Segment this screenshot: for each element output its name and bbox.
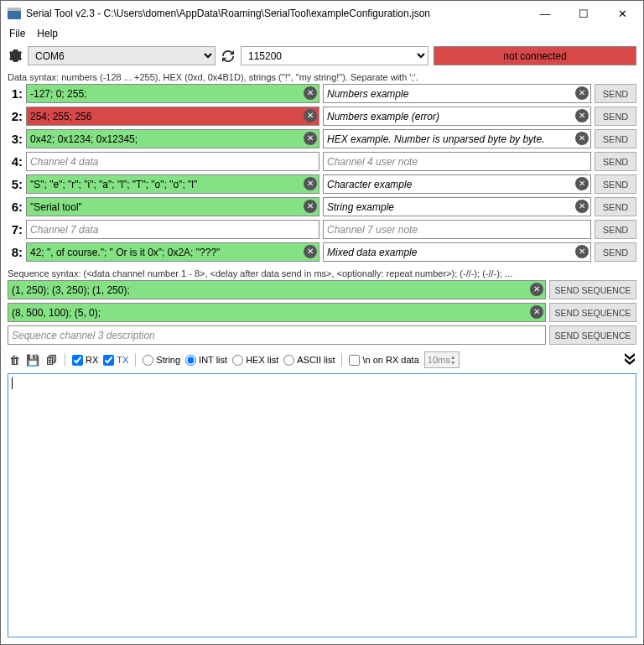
- send-sequence-button[interactable]: SEND SEQUENCE: [549, 325, 636, 345]
- send-button[interactable]: SEND: [595, 220, 636, 239]
- channel-number: 4:: [8, 154, 23, 169]
- sequence-box: ✕: [8, 303, 546, 322]
- send-button[interactable]: SEND: [595, 242, 636, 262]
- channel-row: 8:✕✕SEND: [8, 242, 636, 262]
- clear-icon[interactable]: ✕: [575, 200, 589, 213]
- export-icon[interactable]: 🗐: [44, 353, 58, 367]
- connection-status[interactable]: not connected: [434, 46, 636, 65]
- clear-icon[interactable]: ✕: [304, 109, 317, 122]
- sequence-input[interactable]: [8, 280, 546, 299]
- channel-row: 2:✕✕SEND: [8, 107, 636, 126]
- send-button[interactable]: SEND: [595, 84, 636, 103]
- format-ascii-radio[interactable]: ASCII list: [283, 355, 335, 366]
- channel-note-input[interactable]: [323, 242, 591, 262]
- channel-data-input[interactable]: [26, 220, 319, 239]
- channel-number: 8:: [8, 245, 23, 259]
- log-textarea[interactable]: [8, 373, 636, 637]
- sequence-row: ✕SEND SEQUENCE: [8, 303, 636, 322]
- clear-icon[interactable]: ✕: [304, 132, 317, 145]
- send-button[interactable]: SEND: [595, 197, 636, 216]
- format-hex-radio[interactable]: HEX list: [232, 355, 278, 366]
- clear-icon[interactable]: ✕: [575, 86, 589, 100]
- titlebar: Serial Tool v2.3 - C:\Users\domen\AppDat…: [1, 1, 643, 26]
- channel-note-box: [323, 220, 591, 239]
- refresh-icon[interactable]: [221, 49, 236, 64]
- newline-rx-checkbox[interactable]: \n on RX data: [349, 355, 418, 366]
- channel-data-input[interactable]: [26, 152, 319, 171]
- settings-icon[interactable]: [8, 49, 23, 64]
- clear-icon[interactable]: ✕: [575, 245, 589, 258]
- sequence-box: [8, 325, 546, 345]
- channel-note-input[interactable]: [323, 107, 591, 126]
- channel-note-box: ✕: [323, 107, 591, 126]
- clear-icon[interactable]: ✕: [304, 245, 317, 258]
- channel-note-input[interactable]: [323, 197, 591, 216]
- interval-spinner[interactable]: 10ms▲▼: [424, 351, 460, 368]
- menu-file[interactable]: File: [9, 28, 25, 39]
- channel-note-input[interactable]: [323, 220, 591, 239]
- menubar: File Help: [1, 26, 643, 43]
- sequence-row: SEND SEQUENCE: [8, 325, 636, 345]
- clear-icon[interactable]: ✕: [530, 283, 543, 296]
- channel-note-box: [323, 152, 591, 171]
- send-button[interactable]: SEND: [595, 152, 636, 171]
- save-icon[interactable]: 💾: [26, 353, 39, 367]
- channel-number: 2:: [8, 109, 23, 123]
- connection-toolbar: COM6 115200 not connected: [1, 43, 643, 69]
- send-button[interactable]: SEND: [595, 107, 636, 126]
- menu-help[interactable]: Help: [37, 28, 58, 39]
- channel-note-input[interactable]: [323, 152, 591, 171]
- channel-note-input[interactable]: [323, 129, 591, 148]
- format-int-radio[interactable]: INT list: [185, 355, 227, 366]
- baud-select[interactable]: 115200: [241, 46, 428, 65]
- clear-icon[interactable]: ✕: [304, 86, 317, 100]
- channel-data-input[interactable]: [26, 84, 319, 103]
- channel-data-input[interactable]: [26, 107, 319, 126]
- clear-icon[interactable]: ✕: [575, 177, 589, 190]
- send-sequence-button[interactable]: SEND SEQUENCE: [549, 303, 636, 322]
- send-button[interactable]: SEND: [595, 129, 636, 148]
- port-select[interactable]: COM6: [28, 46, 216, 65]
- channel-note-box: ✕: [323, 197, 591, 216]
- clear-icon[interactable]: ✕: [575, 109, 589, 122]
- clear-icon[interactable]: ✕: [530, 305, 543, 319]
- channel-data-input[interactable]: [26, 129, 319, 148]
- channel-note-box: ✕: [323, 174, 591, 194]
- clear-icon[interactable]: ✕: [575, 132, 589, 145]
- sequence-input[interactable]: [8, 325, 546, 345]
- minimize-button[interactable]: —: [526, 2, 564, 25]
- channel-note-input[interactable]: [323, 84, 591, 103]
- channel-row: 1:✕✕SEND: [8, 84, 636, 103]
- sequences-panel: ✕SEND SEQUENCE✕SEND SEQUENCESEND SEQUENC…: [1, 280, 643, 348]
- clear-icon[interactable]: ✕: [304, 177, 317, 190]
- channel-row: 4:SEND: [8, 152, 636, 171]
- maximize-button[interactable]: ☐: [564, 2, 603, 25]
- channel-data-input[interactable]: [26, 174, 319, 194]
- channel-note-input[interactable]: [323, 174, 591, 194]
- format-string-radio[interactable]: String: [143, 355, 180, 366]
- rx-checkbox[interactable]: RX: [72, 355, 98, 366]
- close-button[interactable]: ✕: [603, 2, 641, 25]
- channels-panel: 1:✕✕SEND2:✕✕SEND3:✕✕SEND4:SEND5:✕✕SEND6:…: [1, 84, 643, 265]
- channel-row: 5:✕✕SEND: [8, 174, 636, 194]
- sequence-row: ✕SEND SEQUENCE: [8, 280, 636, 299]
- channel-data-box: [26, 220, 319, 239]
- app-icon: [8, 8, 21, 19]
- log-toolbar: 🗑 💾 🗐 RX TX String INT list HEX list ASC…: [1, 348, 643, 372]
- send-button[interactable]: SEND: [595, 174, 636, 194]
- trash-icon[interactable]: 🗑: [8, 353, 21, 367]
- expand-icon[interactable]: [623, 353, 636, 367]
- channel-number: 3:: [8, 132, 23, 146]
- channel-data-box: ✕: [26, 129, 319, 148]
- clear-icon[interactable]: ✕: [304, 200, 317, 213]
- tx-checkbox[interactable]: TX: [103, 355, 128, 366]
- sequence-input[interactable]: [8, 303, 546, 322]
- channel-row: 6:✕✕SEND: [8, 197, 636, 216]
- channel-data-input[interactable]: [26, 242, 319, 262]
- channel-data-input[interactable]: [26, 197, 319, 216]
- channel-data-box: ✕: [26, 174, 319, 194]
- channel-row: 7:SEND: [8, 220, 636, 239]
- channel-number: 5:: [8, 177, 23, 191]
- channel-data-box: ✕: [26, 242, 319, 262]
- send-sequence-button[interactable]: SEND SEQUENCE: [549, 280, 636, 299]
